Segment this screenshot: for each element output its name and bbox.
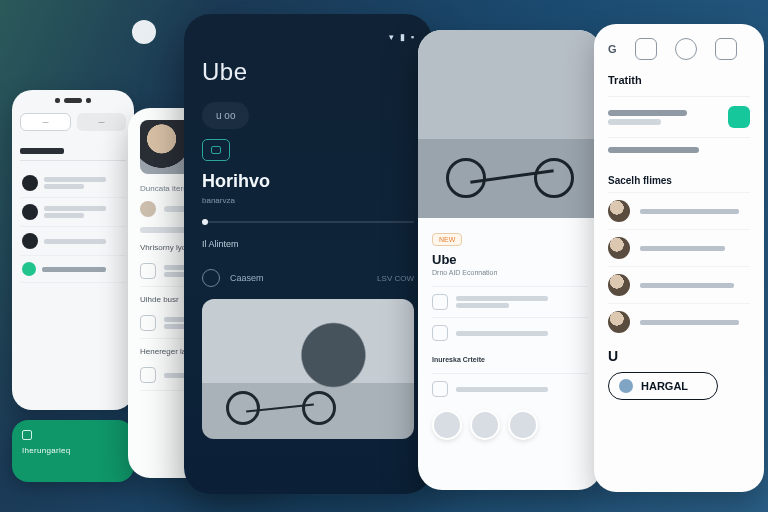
list-item[interactable] [20, 198, 126, 227]
circle-icon[interactable] [675, 38, 697, 60]
cta-label: HARGAL [641, 380, 688, 392]
brand-title: Ube [202, 58, 414, 86]
progress-track[interactable] [202, 221, 414, 223]
hero-image [202, 299, 414, 439]
promo-label: Iherungarieq [22, 446, 124, 455]
tab-label[interactable]: G [608, 43, 617, 55]
detail-hero-image [418, 30, 602, 218]
avatar-icon [608, 311, 630, 333]
action-cube[interactable] [728, 106, 750, 128]
detail-sub: Drno AID Econnation [432, 269, 588, 276]
promo-chip[interactable]: Iherungarieq [12, 420, 134, 482]
status-bar: ▾ ▮ ▪ [202, 32, 414, 42]
card-icon [211, 146, 221, 154]
time-row[interactable]: Caasem LSV COW [202, 269, 414, 287]
phone-detail: NEW Ube Drno AID Econnation Inureska Crt… [418, 30, 602, 490]
thumbnail[interactable] [470, 410, 500, 440]
square-icon [432, 325, 448, 341]
phone-sidebar-list: G Tratith Sacelh flimes U HARGAL [594, 24, 764, 492]
square-icon [140, 315, 156, 331]
clock-icon [202, 269, 220, 287]
person-row[interactable] [608, 266, 750, 303]
decorative-dot [132, 20, 156, 44]
avatar-icon [140, 201, 156, 217]
detail-title: Ube [432, 252, 588, 267]
cta-button[interactable]: HARGAL [608, 372, 718, 400]
detail-row[interactable] [432, 317, 588, 348]
person-row[interactable] [608, 192, 750, 229]
detail-section: Inureska Crteite [432, 356, 588, 363]
avatar-icon [608, 200, 630, 222]
section-heading: Sacelh flimes [608, 175, 750, 186]
person-row[interactable] [608, 229, 750, 266]
list-item-accent[interactable] [20, 256, 126, 283]
thumbnail-strip[interactable] [432, 410, 588, 440]
list-header [20, 141, 126, 161]
list-item[interactable] [20, 169, 126, 198]
phone-hero: ▾ ▮ ▪ Ube u oo Horihvo banarvza Il Alint… [184, 14, 432, 494]
thumbnail[interactable] [508, 410, 538, 440]
phone-list-small: — — [12, 90, 134, 410]
grid-icon[interactable] [635, 38, 657, 60]
bike-illustration [446, 116, 574, 198]
signal-icon: ▮ [400, 32, 405, 42]
square-icon [140, 367, 156, 383]
square-icon [432, 294, 448, 310]
dot-icon [619, 379, 633, 393]
list-row[interactable] [608, 137, 750, 165]
thumbnail[interactable] [432, 410, 462, 440]
hero-sub: banarvza [202, 196, 414, 205]
square-icon [432, 381, 448, 397]
list-heading: Tratith [608, 74, 750, 86]
tab-one[interactable]: — [20, 113, 71, 131]
battery-icon: ▪ [411, 32, 414, 42]
hero-label: Il Alintem [202, 239, 414, 249]
list-item[interactable] [20, 227, 126, 256]
time-caption: LSV COW [377, 274, 414, 283]
bag-icon[interactable] [715, 38, 737, 60]
wifi-icon: ▾ [389, 32, 394, 42]
detail-row[interactable] [432, 286, 588, 317]
avatar-icon [608, 237, 630, 259]
location-icon [22, 430, 32, 440]
footer-letter: U [608, 348, 750, 364]
hero-heading: Horihvo [202, 171, 414, 192]
avatar-icon [608, 274, 630, 296]
status-bar [20, 98, 126, 103]
status-badge: NEW [432, 233, 462, 246]
bike-illustration [226, 355, 336, 425]
mode-toggle[interactable] [202, 139, 230, 161]
square-icon [140, 263, 156, 279]
detail-row[interactable] [432, 373, 588, 404]
featured-row[interactable] [608, 96, 750, 137]
search-pill[interactable]: u oo [202, 102, 249, 129]
tab-two[interactable]: — [77, 113, 126, 131]
person-row[interactable] [608, 303, 750, 340]
time-label: Caasem [230, 273, 264, 283]
